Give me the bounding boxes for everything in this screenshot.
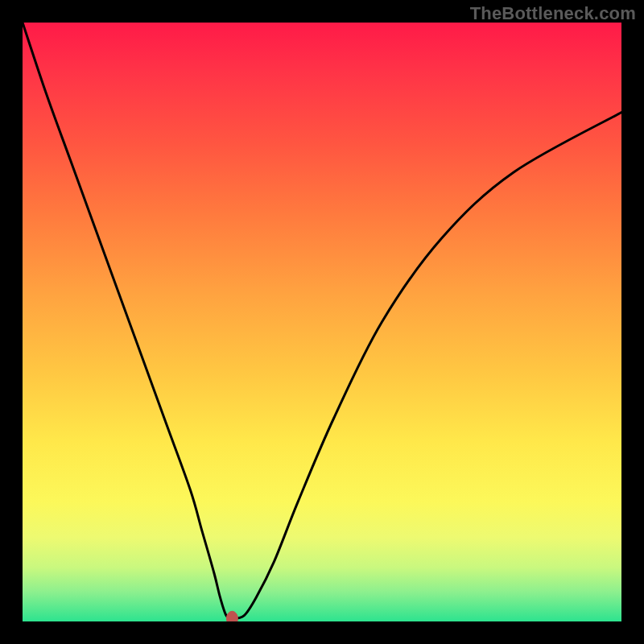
curve-svg <box>23 23 621 621</box>
watermark-label: TheBottleneck.com <box>470 3 636 24</box>
min-marker <box>226 611 237 621</box>
plot-area <box>23 23 621 621</box>
chart-frame: TheBottleneck.com <box>0 0 644 644</box>
bottleneck-curve <box>23 23 621 618</box>
